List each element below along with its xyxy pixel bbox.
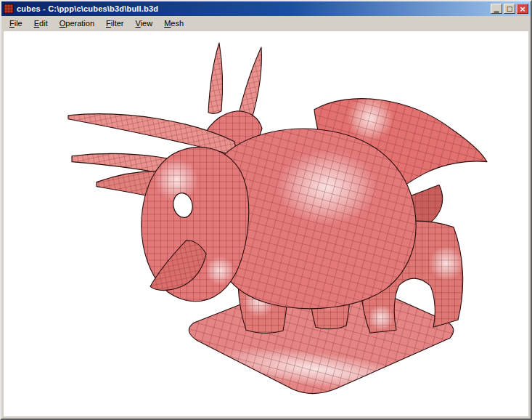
menu-edit[interactable]: Edit [28, 17, 54, 30]
viewport-canvas[interactable] [4, 31, 528, 416]
window-title: cubes - C:\ppp\c\cubes\b3d\bull.b3d [17, 4, 489, 13]
titlebar[interactable]: cubes - C:\ppp\c\cubes\b3d\bull.b3d ▁ □ … [1, 1, 531, 16]
client-area [1, 31, 531, 419]
maximize-button[interactable]: □ [504, 4, 515, 14]
menu-mesh[interactable]: Mesh [158, 17, 189, 30]
menubar: File Edit Operation Filter View Mesh [1, 16, 531, 31]
close-button[interactable]: × [517, 4, 528, 14]
menu-filter[interactable]: Filter [100, 17, 129, 30]
bull-horns-upper [208, 43, 261, 121]
menu-operation[interactable]: Operation [54, 17, 100, 30]
app-window: cubes - C:\ppp\c\cubes\b3d\bull.b3d ▁ □ … [0, 0, 532, 420]
menu-view[interactable]: View [130, 17, 159, 30]
menu-file[interactable]: File [4, 17, 28, 30]
app-icon[interactable] [4, 4, 14, 14]
minimize-button[interactable]: ▁ [491, 4, 502, 14]
bull-model-viewport[interactable] [4, 31, 528, 416]
